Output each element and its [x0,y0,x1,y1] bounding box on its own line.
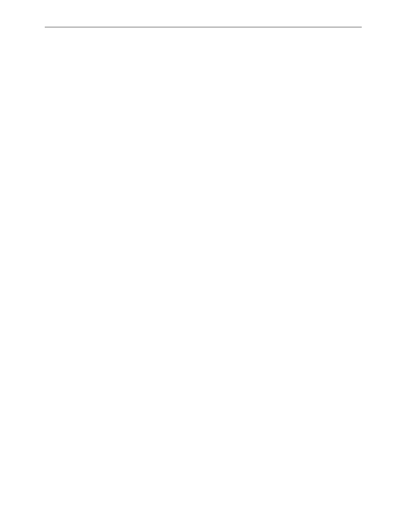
page-divider [45,27,362,27]
